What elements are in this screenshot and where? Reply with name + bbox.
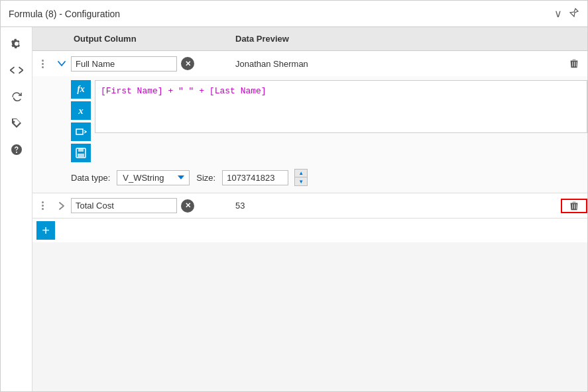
title-icons: ∨ [554,7,579,21]
collapse-row-1-btn[interactable] [52,59,71,68]
formula-configuration-panel: Formula (8) - Configuration ∨ [0,0,588,392]
tag-icon[interactable] [5,112,28,134]
table-header: Output Column Data Preview [32,27,587,51]
datatype-row-1: Data type: V_WString String Int32 Double… [71,165,587,189]
gear-icon[interactable] [5,32,28,55]
main-area: Output Column Data Preview [1,27,587,391]
field-name-input-2[interactable] [71,198,177,213]
pin-icon[interactable] [569,7,579,21]
svg-rect-2 [78,148,84,152]
code-icon[interactable] [5,59,28,81]
field-name-area-1: ✕ [71,56,230,72]
row-1-main: ✕ Jonathan Sherman [32,51,587,76]
clear-field-name-1-btn[interactable]: ✕ [181,57,194,70]
data-preview-1: Jonathan Sherman [230,59,561,69]
clear-field-name-2-btn[interactable]: ✕ [181,199,194,213]
collapse-icon[interactable]: ∨ [554,7,562,20]
size-spin-up[interactable]: ▲ [295,170,307,177]
left-sidebar [1,27,32,391]
datatype-select-wrapper: V_WString String Int32 Double Bool Date [117,170,190,185]
svg-rect-3 [78,154,84,157]
size-label: Size: [196,173,215,183]
size-input-1[interactable] [222,170,288,185]
variable-tool-btn[interactable]: x [71,101,91,120]
formula-editor-1[interactable]: [First Name] + " " + [Last Name] [95,80,587,133]
formula-toolbar-row: fx x [71,80,587,162]
formula-row-2: ✕ 53 [32,193,587,219]
size-spin-down[interactable]: ▼ [295,177,307,185]
add-formula-btn[interactable]: + [36,221,55,240]
save-tool-btn[interactable] [71,144,91,162]
expanded-editor-1: fx x [32,76,587,193]
field-name-area-2: ✕ [71,198,230,213]
drag-handle-2[interactable] [32,200,52,211]
formula-tools: fx x [71,80,91,162]
field-name-input-1[interactable] [71,56,177,72]
datatype-label: Data type: [71,173,110,183]
add-row-area: + [32,219,587,242]
col-preview-header: Data Preview [230,34,561,44]
svg-rect-0 [76,129,83,134]
drag-dots [40,58,45,70]
expand-row-2-btn[interactable] [52,201,71,211]
refresh-icon[interactable] [5,85,28,108]
delete-row-2-btn[interactable] [561,199,587,213]
datatype-select-1[interactable]: V_WString String Int32 Double Bool Date [117,170,190,185]
formula-row-1: ✕ Jonathan Sherman [32,51,587,193]
fx-tool-btn[interactable]: fx [71,80,91,99]
col-output-header: Output Column [71,34,230,44]
size-spin-buttons: ▲ ▼ [294,169,308,186]
data-preview-2: 53 [230,201,561,211]
delete-row-1-btn[interactable] [561,58,587,70]
panel-title: Formula (8) - Configuration [9,9,120,19]
title-bar: Formula (8) - Configuration ∨ [1,1,587,27]
help-icon[interactable] [5,138,28,161]
drag-dots-2 [40,200,45,211]
content-area: Output Column Data Preview [32,27,587,391]
drag-handle-1[interactable] [32,58,52,70]
input-tool-btn[interactable] [71,122,91,141]
